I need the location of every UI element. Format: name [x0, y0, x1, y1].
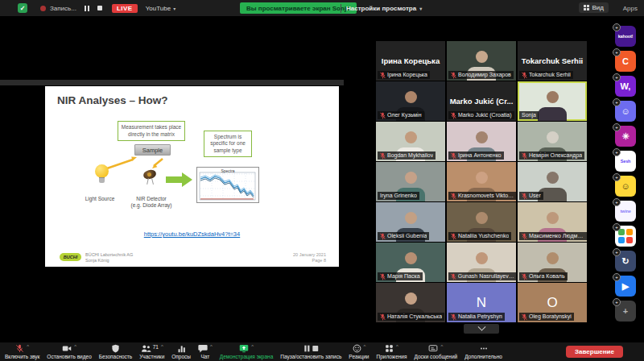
slide-footer-company: BÜCHI Labortechnik AG Sonja König	[85, 252, 133, 263]
app-shortcut[interactable]: C +	[615, 51, 636, 72]
participant-name-label: Krasnomovets Viktoriia	[448, 192, 516, 200]
shared-presentation-slide: NIR Analyses – How? Measurement takes pl…	[45, 86, 339, 267]
unmute-button[interactable]: ^ Включить звук	[5, 344, 39, 359]
app-icon: ▶	[622, 281, 629, 292]
participant-tile[interactable]: Krasnomovets Viktoriia	[447, 162, 516, 201]
participant-tile[interactable]: Bogdan Mykhailov	[376, 122, 445, 161]
share-screen-button[interactable]: ^ Демонстрация экрана	[220, 344, 273, 359]
stop-recording-button[interactable]	[97, 6, 102, 10]
participant-tile[interactable]: Олег Кузьмін	[376, 81, 445, 121]
app-shortcut[interactable]: Sesh +	[615, 151, 636, 172]
participant-tile[interactable]: User	[518, 162, 587, 201]
app-add-badge: +	[613, 198, 621, 206]
participant-tile[interactable]: Володимир Захаров	[447, 41, 516, 81]
participants-icon	[141, 344, 151, 353]
participant-name-label: Natalia Petryshyn	[448, 313, 505, 321]
app-shortcut[interactable]: ☺ +	[615, 101, 636, 122]
participant-tile[interactable]: Марія Паска	[376, 243, 445, 282]
chevron-up-icon[interactable]: ^	[440, 344, 443, 349]
app-shortcut[interactable]: twine +	[615, 201, 636, 222]
youtube-stream-dropdown[interactable]: YouTube▾	[146, 5, 175, 12]
mic-muted-icon	[522, 313, 527, 321]
participant-name-label: Nataliia Yushchenko	[448, 232, 511, 240]
mic-muted-icon	[451, 112, 456, 119]
mic-muted-icon	[451, 72, 456, 79]
reactions-button[interactable]: ^ Реакции	[349, 344, 369, 359]
polls-icon	[177, 344, 186, 353]
apps-grid-icon	[385, 344, 394, 353]
smiley-icon	[353, 344, 361, 353]
app-shortcut[interactable]: ☺ +	[615, 176, 636, 197]
polls-button[interactable]: Опросы	[171, 344, 191, 359]
encryption-shield-icon[interactable]: ✓	[18, 3, 27, 13]
participant-tile[interactable]: Максименко Людмила	[518, 202, 587, 242]
app-icon: ☺	[621, 106, 630, 116]
app-icon: kahoot!	[618, 34, 633, 39]
view-button[interactable]: Вид	[579, 2, 609, 13]
chevron-up-icon[interactable]: ^	[396, 344, 398, 349]
participant-tile[interactable]: Ольга Коваль	[518, 243, 587, 282]
app-shortcut[interactable]: W, +	[615, 76, 636, 97]
chat-button[interactable]: ^ Чат	[198, 344, 213, 359]
view-settings-dropdown[interactable]: Настройки просмотра▾	[346, 0, 422, 16]
participant-tile[interactable]: Iryna Grinenko	[376, 162, 445, 201]
participant-name-label: Gunash Nasrullayeva ...	[448, 272, 516, 280]
app-shortcut[interactable]: ✳ +	[615, 126, 636, 147]
spectrum-chart-title: Spectra	[197, 168, 258, 173]
participant-tile[interactable]: O Oleg Boratynskyi	[518, 283, 587, 322]
live-badge: LIVE	[112, 4, 138, 13]
participant-tile[interactable]: Sonja	[518, 81, 587, 121]
chevron-up-icon[interactable]: ^	[251, 344, 254, 349]
app-shortcut[interactable]: ▶ +	[615, 276, 636, 297]
security-button[interactable]: Безопасность	[99, 344, 132, 359]
whiteboards-button[interactable]: ^ Доски сообщений	[415, 344, 458, 359]
mic-muted-icon	[522, 273, 527, 280]
participant-tile[interactable]: Ірина Антоненко	[447, 122, 516, 161]
more-button[interactable]: Дополнительно	[464, 344, 502, 359]
pause-stop-recording-button[interactable]: Пауза/остановить запись	[280, 344, 341, 359]
mic-muted-icon	[522, 193, 527, 200]
participant-tile[interactable]: Наталія Стукальська	[376, 283, 445, 322]
app-add-badge: +	[613, 223, 621, 231]
chevron-up-icon[interactable]: ^	[161, 344, 163, 349]
pause-recording-button[interactable]	[84, 6, 90, 11]
end-meeting-button[interactable]: Завершение	[566, 346, 623, 358]
app-shortcut[interactable]: + +	[615, 301, 636, 322]
chevron-up-icon[interactable]: ^	[27, 344, 29, 349]
app-add-badge: +	[613, 273, 621, 281]
spectrum-chart-image: Spectra	[196, 167, 259, 203]
participants-button[interactable]: 71 ^ Участники	[139, 344, 164, 359]
participant-gallery: Ірина Корецька Ірина Корецька Володимир …	[376, 41, 587, 322]
app-shortcut[interactable]: +	[615, 226, 636, 247]
participant-tile[interactable]: Oleksii Gubenia	[376, 202, 445, 242]
app-icon: C	[622, 56, 629, 66]
mic-muted-icon	[380, 72, 386, 79]
youtube-link[interactable]: https://youtu.be/kuDZskdaHv4?t=34	[45, 230, 339, 238]
light-bulb-base	[99, 177, 105, 183]
shared-window-edge	[0, 80, 344, 85]
chevron-up-icon[interactable]: ^	[364, 344, 366, 349]
participant-tile[interactable]: Marko Jukić (Cr... Marko Jukić (Croatia)	[447, 81, 516, 121]
participant-name-label: Володимир Захаров	[448, 71, 514, 79]
chevron-up-icon[interactable]: ^	[210, 344, 213, 349]
chevron-up-icon[interactable]: ^	[74, 344, 76, 349]
ellipsis-icon	[479, 344, 489, 353]
participant-tile[interactable]: Nataliia Yushchenko	[447, 202, 516, 242]
participant-name-label: Oleg Boratynskyi	[519, 313, 574, 321]
stop-video-button[interactable]: ^ Остановить видео	[47, 344, 91, 359]
meeting-toolbar: ^ Включить звук ^ Остановить видео Безоп…	[0, 342, 644, 361]
spectrum-note-box: Spectrum is specific for one sample type	[204, 131, 252, 157]
participant-tile[interactable]: Ірина Корецька Ірина Корецька	[376, 41, 445, 81]
chevron-down-icon: ▾	[419, 6, 422, 11]
participant-tile[interactable]: Tokarchuk Serhii Tokarchuk Serhii	[518, 41, 587, 81]
participant-name-label: Iryna Grinenko	[378, 192, 419, 200]
participant-tile[interactable]: Gunash Nasrullayeva ...	[447, 243, 516, 282]
mic-muted-icon	[15, 344, 24, 353]
app-shortcut[interactable]: kahoot! +	[615, 26, 636, 47]
gallery-scroll-down-button[interactable]	[464, 324, 499, 334]
participant-name-label: Ірина Корецька	[378, 71, 430, 79]
participant-tile[interactable]: N Natalia Petryshyn	[447, 283, 516, 322]
apps-button[interactable]: ^ Приложения	[376, 344, 407, 359]
app-shortcut[interactable]: ↻ +	[615, 251, 636, 272]
participant-tile[interactable]: Немірін Олександра	[518, 122, 587, 161]
